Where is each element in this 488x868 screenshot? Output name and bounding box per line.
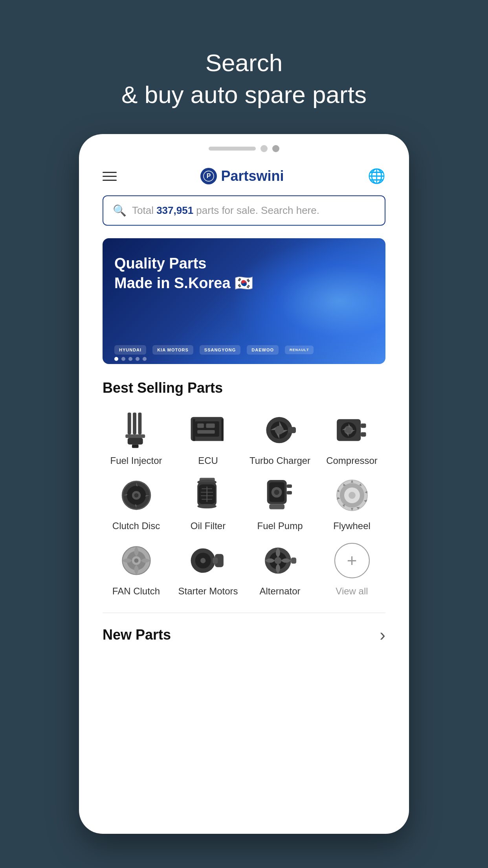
- alternator-label: Alternator: [259, 586, 300, 597]
- svg-rect-3: [127, 413, 131, 435]
- brand-daewoo: DAEWOO: [247, 345, 279, 355]
- hero-title: Search & buy auto spare parts: [121, 47, 367, 110]
- brand-kia: KIA MOTORS: [152, 345, 193, 355]
- svg-rect-4: [138, 413, 141, 435]
- menu-button[interactable]: [103, 172, 117, 181]
- svg-rect-56: [213, 557, 218, 564]
- view-all-label: View all: [336, 586, 368, 597]
- svg-rect-23: [361, 432, 366, 437]
- svg-text:P: P: [207, 173, 211, 179]
- starter-motors-label: Starter Motors: [178, 586, 238, 597]
- banner-dot-2: [121, 357, 125, 361]
- part-compressor[interactable]: Compressor: [318, 410, 385, 466]
- part-fuel-injector[interactable]: Fuel Injector: [103, 410, 170, 466]
- fuel-pump-icon: [257, 476, 304, 515]
- svg-rect-11: [206, 424, 215, 428]
- fan-clutch-label: FAN Clutch: [112, 586, 160, 597]
- flywheel-label: Flywheel: [333, 520, 371, 531]
- oil-filter-icon: [185, 476, 232, 515]
- phone-dot-2: [272, 145, 279, 152]
- phone-pill: [209, 147, 256, 151]
- part-clutch-disc[interactable]: Clutch Disc: [103, 476, 170, 531]
- oil-filter-label: Oil Filter: [191, 520, 226, 531]
- svg-rect-7: [132, 445, 138, 448]
- fuel-injector-icon: [113, 410, 160, 450]
- compressor-icon: [328, 410, 376, 450]
- svg-rect-44: [269, 504, 284, 509]
- svg-rect-5: [125, 434, 145, 438]
- svg-rect-43: [286, 491, 292, 495]
- starter-motors-icon: [185, 541, 232, 580]
- language-button[interactable]: 🌐: [368, 168, 385, 184]
- svg-rect-13: [193, 419, 195, 441]
- turbo-charger-label: Turbo Charger: [250, 455, 310, 466]
- search-placeholder: Total 337,951 parts for sale. Search her…: [132, 204, 319, 217]
- svg-rect-14: [221, 419, 224, 441]
- ecu-label: ECU: [198, 455, 218, 466]
- clutch-disc-label: Clutch Disc: [112, 520, 160, 531]
- fuel-injector-label: Fuel Injector: [110, 455, 162, 466]
- svg-rect-2: [133, 413, 136, 435]
- svg-rect-10: [197, 424, 204, 428]
- view-all-icon: +: [328, 541, 376, 580]
- best-selling-title: Best Selling Parts: [103, 380, 385, 396]
- banner-pagination: [114, 357, 147, 361]
- phone-dot-1: [261, 145, 268, 152]
- app-header: P Partswini 🌐: [103, 160, 385, 195]
- fuel-pump-label: Fuel Pump: [257, 520, 303, 531]
- flywheel-icon: [328, 476, 376, 515]
- phone-top-bar: [79, 134, 409, 160]
- svg-point-27: [134, 493, 138, 498]
- svg-point-52: [134, 559, 138, 563]
- ecu-icon: [185, 410, 232, 450]
- svg-point-48: [349, 492, 356, 499]
- logo: P Partswini: [200, 168, 284, 184]
- logo-icon: P: [200, 168, 217, 184]
- new-parts-chevron[interactable]: ›: [380, 625, 385, 645]
- part-turbo-charger[interactable]: Turbo Charger: [246, 410, 314, 466]
- svg-point-60: [274, 557, 281, 564]
- svg-point-57: [200, 558, 205, 563]
- phone-mockup: P Partswini 🌐 🔍 Total 337,951 parts for …: [79, 134, 409, 834]
- turbo-charger-icon: [257, 410, 304, 450]
- part-fuel-pump[interactable]: Fuel Pump: [246, 476, 314, 531]
- svg-rect-18: [288, 427, 296, 433]
- alternator-icon: [257, 541, 304, 580]
- part-flywheel[interactable]: Flywheel: [318, 476, 385, 531]
- search-icon: 🔍: [113, 204, 127, 217]
- part-oil-filter[interactable]: Oil Filter: [174, 476, 242, 531]
- clutch-disc-icon: [113, 476, 160, 515]
- section-divider: [103, 612, 385, 613]
- banner-dot-4: [136, 357, 139, 361]
- brand-ssangyong: SSANGYONG: [200, 345, 241, 355]
- parts-grid: Fuel Injector ECU: [103, 410, 385, 597]
- new-parts-title: New Parts: [103, 627, 171, 643]
- banner-dot-1: [114, 357, 118, 361]
- new-parts-section: New Parts ›: [103, 625, 385, 653]
- banner-dot-3: [128, 357, 132, 361]
- part-view-all[interactable]: + View all: [318, 541, 385, 597]
- svg-rect-12: [197, 430, 215, 434]
- banner-text: Quality Parts Made in S.Korea 🇰🇷: [114, 254, 253, 293]
- banner-title: Quality Parts Made in S.Korea 🇰🇷: [114, 254, 253, 293]
- view-all-plus: +: [334, 543, 370, 578]
- promo-banner[interactable]: Quality Parts Made in S.Korea 🇰🇷 HYUNDAI…: [103, 238, 385, 364]
- part-fan-clutch[interactable]: FAN Clutch: [103, 541, 170, 597]
- svg-rect-22: [361, 424, 366, 428]
- part-ecu[interactable]: ECU: [174, 410, 242, 466]
- part-alternator[interactable]: Alternator: [246, 541, 314, 597]
- banner-dot-5: [143, 357, 147, 361]
- brand-renault: RENAULT: [285, 346, 314, 354]
- search-bar[interactable]: 🔍 Total 337,951 parts for sale. Search h…: [103, 195, 385, 226]
- part-starter-motors[interactable]: Starter Motors: [174, 541, 242, 597]
- brand-hyundai: HYUNDAI: [114, 345, 146, 355]
- logo-text: Partswini: [221, 168, 284, 184]
- svg-rect-61: [291, 557, 296, 564]
- svg-point-41: [274, 490, 279, 495]
- svg-rect-6: [127, 438, 143, 445]
- banner-brands: HYUNDAI KIA MOTORS SSANGYONG DAEWOO RENA…: [114, 345, 314, 355]
- fan-clutch-icon: [113, 541, 160, 580]
- svg-rect-42: [286, 484, 292, 488]
- svg-point-37: [197, 504, 216, 508]
- hero-section: Search & buy auto spare parts: [121, 47, 367, 110]
